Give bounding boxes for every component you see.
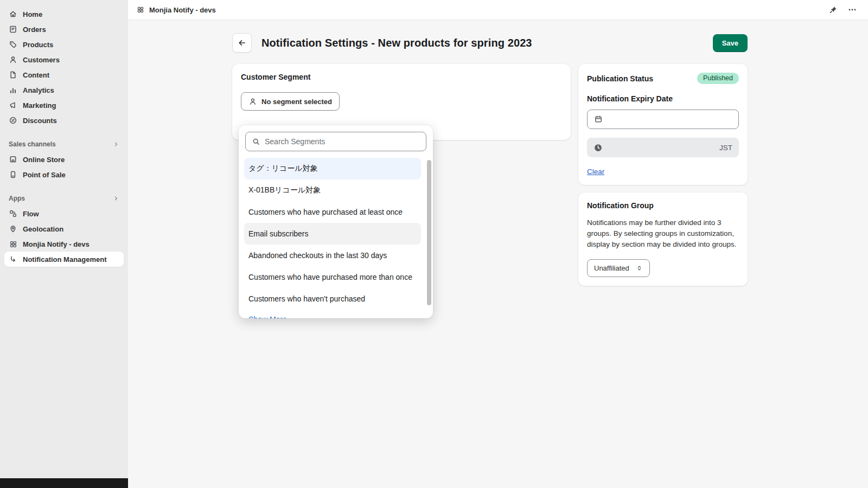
segment-search	[245, 132, 426, 151]
clock-icon	[593, 143, 603, 152]
sidebar: Home Orders Products Customers Content A…	[0, 0, 128, 488]
expiry-time-input[interactable]: JST	[587, 138, 739, 157]
status-badge: Published	[697, 73, 739, 84]
segment-option[interactable]: Customers who have purchased more than o…	[244, 266, 421, 288]
sidebar-item-label: Flow	[23, 210, 39, 218]
orders-icon	[9, 25, 17, 34]
arrow-left-icon	[238, 38, 246, 47]
sidebar-item-label: Products	[23, 41, 53, 49]
tag-icon	[9, 40, 17, 49]
sidebar-item-label: Home	[23, 10, 42, 18]
chevron-right-icon	[113, 195, 119, 202]
sidebar-item-label: Marketing	[23, 101, 56, 110]
show-more-link[interactable]: Show More	[239, 310, 433, 318]
sidebar-item-orders[interactable]: Orders	[4, 22, 124, 37]
save-button[interactable]: Save	[713, 34, 748, 52]
sidebar-item-home[interactable]: Home	[4, 7, 124, 22]
back-button[interactable]	[232, 33, 252, 53]
segment-option[interactable]: Customers who have purchased at least on…	[244, 201, 421, 223]
sidebar-item-content[interactable]: Content	[4, 67, 124, 82]
publication-status-title: Publication Status	[587, 74, 653, 83]
sidebar-bottom-bar	[0, 478, 128, 488]
sidebar-item-customers[interactable]: Customers	[4, 52, 124, 67]
page-title: Notification Settings - New products for…	[261, 37, 703, 49]
segment-search-input[interactable]	[265, 137, 420, 146]
section-header-label: Apps	[9, 195, 25, 202]
topbar: Monjia Notify - devs	[128, 0, 868, 20]
sidebar-item-geolocation[interactable]: Geolocation	[4, 221, 124, 236]
percent-icon	[9, 116, 17, 125]
sidebar-item-label: Discounts	[23, 117, 57, 125]
sidebar-item-label: Geolocation	[23, 225, 63, 233]
search-icon	[252, 137, 260, 146]
sidebar-section-apps[interactable]: Apps	[0, 191, 128, 206]
expiry-date-title: Notification Expiry Date	[587, 94, 739, 103]
clear-link[interactable]: Clear	[587, 168, 604, 176]
sidebar-item-flow[interactable]: Flow	[4, 206, 124, 221]
sidebar-item-label: Customers	[23, 56, 60, 64]
section-header-label: Sales channels	[9, 140, 56, 148]
more-options-icon[interactable]	[847, 5, 857, 14]
select-arrows-icon	[636, 264, 643, 272]
segment-option[interactable]: X-01BBリコール対象	[244, 179, 421, 201]
flow-icon	[9, 209, 17, 218]
sidebar-item-label: Orders	[23, 25, 46, 34]
sidebar-item-point-of-sale[interactable]: Point of Sale	[4, 167, 124, 182]
sidebar-item-monjia-notify[interactable]: Monjia Notify - devs	[4, 236, 124, 252]
notification-group-title: Notification Group	[587, 201, 739, 210]
sidebar-item-discounts[interactable]: Discounts	[4, 113, 124, 128]
page-header: Notification Settings - New products for…	[232, 33, 748, 53]
chevron-right-icon	[113, 141, 119, 147]
notification-group-description: Notifications may be further divided int…	[587, 217, 739, 250]
person-icon	[248, 97, 257, 106]
sidebar-item-label: Analytics	[23, 86, 54, 94]
app-grid-icon	[137, 6, 144, 14]
customer-segment-title: Customer Segment	[241, 73, 562, 81]
app-grid-icon	[9, 240, 17, 248]
topbar-app-title: Monjia Notify - devs	[149, 6, 216, 14]
sidebar-item-label: Monjia Notify - devs	[23, 240, 90, 248]
document-icon	[9, 70, 17, 79]
sidebar-section-sales-channels[interactable]: Sales channels	[0, 137, 128, 152]
sidebar-item-products[interactable]: Products	[4, 37, 124, 52]
home-icon	[9, 10, 17, 18]
sidebar-item-analytics[interactable]: Analytics	[4, 82, 124, 98]
segment-selector-label: No segment selected	[261, 98, 332, 106]
bar-chart-icon	[9, 86, 17, 94]
segment-selector-button[interactable]: No segment selected	[241, 92, 340, 111]
branch-arrow-icon	[9, 255, 17, 264]
group-select-value: Unaffiliated	[594, 264, 629, 272]
segment-list: タグ：リコール対象 X-01BBリコール対象 Customers who hav…	[239, 158, 433, 310]
group-select[interactable]: Unaffiliated	[587, 259, 650, 277]
person-icon	[9, 55, 17, 64]
notification-group-card: Notification Group Notifications may be …	[578, 192, 748, 286]
sidebar-item-marketing[interactable]: Marketing	[4, 98, 124, 113]
main-area: Notification Settings - New products for…	[128, 20, 868, 488]
map-pin-icon	[9, 224, 17, 233]
segment-option[interactable]: Abandoned checkouts in the last 30 days	[244, 245, 421, 266]
storefront-icon	[9, 155, 17, 164]
segment-option[interactable]: Customers who haven't purchased	[244, 288, 421, 310]
segment-option[interactable]: タグ：リコール対象	[244, 158, 421, 179]
sidebar-item-notification-management[interactable]: Notification Management	[4, 252, 124, 267]
dropdown-scrollbar-thumb[interactable]	[427, 160, 431, 305]
topbar-app-context: Monjia Notify - devs	[137, 6, 216, 14]
sidebar-item-label: Online Store	[23, 156, 65, 164]
sidebar-item-label: Notification Management	[23, 255, 107, 264]
segment-dropdown: タグ：リコール対象 X-01BBリコール対象 Customers who hav…	[239, 125, 433, 318]
expiry-date-input[interactable]	[587, 110, 739, 129]
sidebar-item-label: Content	[23, 71, 49, 79]
calendar-icon	[594, 115, 603, 124]
sidebar-item-label: Point of Sale	[23, 171, 66, 179]
pin-icon[interactable]	[829, 5, 838, 14]
pos-device-icon	[9, 170, 17, 179]
segment-option[interactable]: Email subscribers	[244, 223, 421, 245]
timezone-label: JST	[719, 144, 732, 152]
publication-status-card: Publication Status Published Notificatio…	[578, 64, 748, 185]
megaphone-icon	[9, 101, 17, 110]
sidebar-item-online-store[interactable]: Online Store	[4, 152, 124, 167]
